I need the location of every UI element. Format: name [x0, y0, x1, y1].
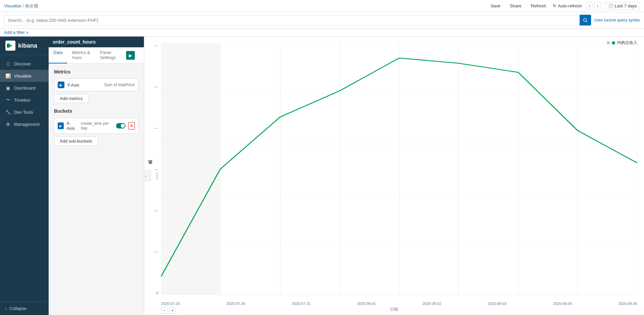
sidebar-item-management[interactable]: ⚙ Management: [0, 118, 49, 130]
time-range-label: Last 7 days: [615, 3, 637, 8]
sidebar-item-discover[interactable]: ⬡ Discover: [0, 58, 49, 70]
panel-title: order_count_hours: [53, 39, 96, 45]
bucket-toggle[interactable]: [116, 123, 125, 128]
buckets-section-title: Buckets: [54, 108, 139, 114]
svg-rect-17: [161, 43, 220, 295]
x-tick-2: 2020-07-31: [292, 302, 311, 306]
metric-axis-label: Y-Axis: [67, 83, 79, 88]
run-button[interactable]: ▶: [126, 51, 135, 60]
time-range-picker[interactable]: 🕐 Last 7 days: [605, 2, 640, 10]
refresh-button[interactable]: Refresh: [528, 2, 549, 10]
sidebar-item-visualize[interactable]: 📊 Visualize: [0, 70, 49, 82]
metric-value-label: Sum of totalPrice: [104, 83, 135, 87]
breadcrumb: Visualize / 购全额: [4, 3, 485, 9]
chart-container: 内购总收入: [144, 37, 644, 315]
x-tick-0: 2020-07-29: [161, 302, 180, 306]
share-button[interactable]: Share: [507, 2, 524, 10]
search-input[interactable]: [4, 18, 580, 23]
y-tick-4: —: [155, 126, 158, 130]
add-sub-buckets-button[interactable]: Add sub-buckets: [54, 137, 98, 146]
sidebar-item-management-label: Management: [14, 122, 40, 127]
panel-header: order_count_hours: [49, 37, 144, 47]
refresh-icon: ↻: [553, 3, 556, 8]
zoom-in-button[interactable]: +: [169, 307, 176, 314]
panel-tab-actions: ▶ ✕: [123, 47, 144, 63]
sidebar-item-timelion-label: Timelion: [14, 98, 31, 103]
y-tick-3: —: [155, 167, 158, 171]
sidebar-item-visualize-label: Visualize: [14, 73, 32, 78]
search-bar: Uses lucene query syntax: [0, 12, 644, 29]
add-filter-button[interactable]: Add a filter +: [4, 30, 29, 35]
auto-refresh-button[interactable]: ↻ Auto-refresh: [553, 3, 582, 8]
x-axis-label: 日期: [390, 307, 398, 312]
kibana-icon: [5, 41, 15, 51]
kibana-logo-text: kibana: [18, 42, 37, 49]
zoom-out-button[interactable]: −: [161, 307, 168, 314]
collapse-button[interactable]: ‹ Collapse: [5, 306, 43, 311]
tab-metrics-axes[interactable]: Metrics & Axes: [67, 47, 95, 63]
x-axis-ticks: 2020-07-29 2020-07-30 2020-07-31 2020-08…: [161, 302, 637, 306]
search-icon: [583, 18, 588, 22]
bucket-item-header: ▶ X-Axis create_time per day ✕: [54, 118, 138, 134]
y-tick-6: —: [155, 43, 158, 47]
breadcrumb-separator: /: [23, 3, 24, 8]
sidebar-item-timelion[interactable]: 〜 Timelion: [0, 94, 49, 106]
bucket-delete-button[interactable]: ✕: [128, 122, 135, 129]
bucket-item: ▶ X-Axis create_time per day ✕: [54, 118, 139, 134]
top-actions: Save Share Refresh ↻ Auto-refresh ‹ › 🕐 …: [488, 2, 640, 10]
sidebar-nav: ⬡ Discover 📊 Visualize ▣ Dashboard 〜 Tim…: [0, 55, 49, 302]
save-button[interactable]: Save: [488, 2, 503, 10]
x-tick-1: 2020-07-30: [226, 302, 245, 306]
tab-panel-settings[interactable]: Panel Settings: [95, 47, 123, 63]
y-axis-ticks: — — — — — — 0: [144, 43, 160, 295]
clock-icon: 🕐: [608, 3, 613, 8]
sidebar-item-devtools[interactable]: 🔧 Dev Tools: [0, 106, 49, 118]
sidebar-item-discover-label: Discover: [14, 61, 31, 66]
panel-tabs: Data Metrics & Axes Panel Settings ▶ ✕: [49, 47, 144, 64]
sidebar-item-dashboard-label: Dashboard: [14, 86, 36, 91]
auto-refresh-label: Auto-refresh: [558, 3, 582, 8]
buckets-section: Buckets ▶ X-Axis create_time per day ✕ A…: [54, 108, 139, 146]
line-chart: [161, 43, 637, 295]
x-tick-5: 2020-08-03: [488, 302, 506, 306]
y-tick-5: —: [155, 85, 158, 89]
panel-section: order_count_hours Data Metrics & Axes Pa…: [49, 37, 144, 315]
chart-area: ‹ ⋮ ⊞ 内购总收入 内购总收入: [144, 37, 644, 315]
search-input-wrap: [4, 15, 591, 25]
tab-data[interactable]: Data: [49, 47, 67, 63]
svg-line-1: [586, 21, 587, 22]
chart-zoom-controls: − +: [161, 307, 176, 314]
y-tick-2: —: [155, 208, 158, 212]
dashboard-icon: ▣: [5, 85, 11, 91]
main-layout: kibana ⬡ Discover 📊 Visualize ▣ Dashboar…: [0, 37, 644, 315]
collapse-chart-panel-button[interactable]: ‹: [144, 170, 151, 181]
y-tick-0: 0: [156, 291, 158, 295]
bucket-expand-button[interactable]: ▶: [58, 122, 64, 129]
y-tick-1: —: [155, 250, 158, 254]
metric-expand-button[interactable]: ▶: [58, 82, 64, 88]
sidebar-item-devtools-label: Dev Tools: [14, 110, 33, 115]
chart-options-button[interactable]: ⋮: [154, 172, 160, 180]
metrics-section-title: Metrics: [54, 69, 139, 74]
breadcrumb-visualize[interactable]: Visualize: [4, 3, 21, 8]
add-metrics-button[interactable]: Add metrics: [54, 94, 89, 103]
x-tick-4: 2020-08-02: [422, 302, 441, 306]
filter-bar: Add a filter +: [0, 29, 644, 37]
prev-time-button[interactable]: ‹: [586, 2, 593, 10]
x-tick-7: 2020-08-05: [619, 302, 637, 306]
bucket-axis-label: X-Axis: [66, 121, 78, 131]
x-tick-3: 2020-08-01: [357, 302, 376, 306]
time-nav-arrows: ‹ ›: [586, 2, 601, 10]
timelion-icon: 〜: [5, 97, 11, 103]
lucene-hint[interactable]: Uses lucene query syntax: [594, 18, 640, 22]
x-tick-6: 2020-08-04: [553, 302, 572, 306]
search-button[interactable]: [580, 15, 591, 25]
gear-icon: ⚙: [5, 121, 11, 127]
breadcrumb-current: 购全额: [25, 3, 38, 9]
close-panel-button[interactable]: ✕: [138, 52, 142, 59]
svg-point-0: [583, 18, 586, 21]
bar-chart-icon: 📊: [5, 73, 11, 78]
next-time-button[interactable]: ›: [594, 2, 601, 10]
sidebar-item-dashboard[interactable]: ▣ Dashboard: [0, 82, 49, 94]
panel-content: Metrics ▶ Y-Axis Sum of totalPrice Add m…: [49, 64, 144, 151]
